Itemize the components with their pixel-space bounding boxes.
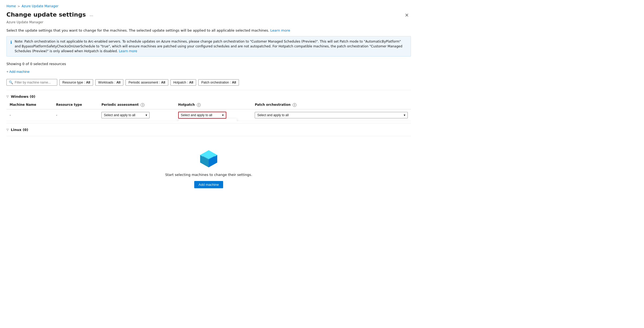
hotpatch-dropdown-popup: Enable Disable Reset	[178, 119, 237, 121]
page-subtitle: Azure Update Manager	[6, 20, 411, 24]
patch-orchestration-filter[interactable]: Patch orchestration : All	[198, 79, 239, 86]
periodic-assessment-info-icon[interactable]: i	[141, 103, 144, 107]
divider-3	[6, 136, 411, 136]
workloads-filter[interactable]: Workloads : All	[95, 79, 123, 86]
cell-machine-name: -	[6, 109, 53, 121]
description-text: Select the update settings that you want…	[6, 28, 411, 32]
cell-hotpatch: Select and apply to all ▾ Enable Disable…	[175, 109, 252, 121]
azure-cube-icon	[199, 149, 218, 168]
col-resource-type: Resource type	[53, 101, 98, 109]
add-machine-primary-button[interactable]: Add machine	[194, 181, 223, 188]
patch-orchestration-info-icon[interactable]: i	[293, 103, 296, 107]
ellipsis-button[interactable]: ...	[88, 12, 95, 18]
hotpatch-filter[interactable]: Hotpatch : All	[170, 79, 196, 86]
showing-count: Showing 0 of 0 selected resources	[6, 62, 411, 66]
patch-chevron-icon: ▾	[404, 113, 405, 117]
breadcrumb-separator: >	[17, 5, 20, 8]
machines-table: Machine Name Resource type Periodic asse…	[6, 101, 411, 121]
cell-patch-orchestration: Select and apply to all ▾	[251, 109, 411, 121]
windows-chevron-icon: ▽	[6, 95, 9, 98]
search-input[interactable]	[15, 81, 55, 84]
description-learn-more[interactable]: Learn more	[270, 28, 290, 32]
hotpatch-option-enable[interactable]: Enable	[178, 119, 237, 121]
empty-state: Start selecting machines to change their…	[6, 138, 411, 199]
linux-section-label: Linux (0)	[11, 128, 28, 132]
linux-section-header[interactable]: ▽ Linux (0)	[6, 126, 411, 134]
breadcrumb: Home > Azure Update Manager	[6, 4, 411, 8]
table-container: Machine Name Resource type Periodic asse…	[6, 101, 411, 121]
periodic-assessment-dropdown[interactable]: Select and apply to all ▾	[101, 112, 150, 118]
periodic-assessment-filter[interactable]: Periodic assessment : All	[125, 79, 168, 86]
col-machine-name: Machine Name	[6, 101, 53, 109]
info-banner-text: Note: Patch orchestration is not applica…	[15, 39, 407, 54]
breadcrumb-home[interactable]: Home	[6, 4, 16, 8]
info-learn-more[interactable]: Learn more	[119, 49, 137, 53]
empty-state-text: Start selecting machines to change their…	[165, 173, 252, 177]
table-header-row: Machine Name Resource type Periodic asse…	[6, 101, 411, 109]
page-title: Change update settings	[6, 11, 86, 18]
table-row: - - Select and apply to all ▾ Select and…	[6, 109, 411, 121]
hotpatch-chevron-icon: ▾	[222, 113, 224, 117]
col-patch-orchestration: Patch orchestration i	[251, 101, 411, 109]
resource-type-filter[interactable]: Resource type : All	[59, 79, 93, 86]
windows-section-label: Windows (0)	[11, 95, 35, 99]
dropdown-chevron-icon: ▾	[146, 113, 147, 117]
add-machine-button[interactable]: + Add machine	[6, 69, 29, 75]
search-filter: 🔍	[6, 79, 57, 86]
divider-2	[6, 123, 411, 123]
hotpatch-dropdown-wrapper: Select and apply to all ▾ Enable Disable…	[178, 112, 226, 119]
close-button[interactable]: ✕	[403, 11, 411, 19]
linux-section: ▽ Linux (0)	[6, 126, 411, 134]
cell-periodic-assessment: Select and apply to all ▾	[98, 109, 175, 121]
col-hotpatch: Hotpatch i	[175, 101, 252, 109]
info-icon: ℹ	[10, 39, 12, 54]
page-header: Change update settings ... ✕	[6, 11, 411, 19]
divider-1	[6, 90, 411, 90]
title-group: Change update settings ...	[6, 11, 95, 18]
patch-orchestration-dropdown[interactable]: Select and apply to all ▾	[255, 112, 408, 118]
linux-chevron-icon: ▽	[6, 128, 9, 131]
filters-row: 🔍 Resource type : All Workloads : All Pe…	[6, 79, 411, 86]
breadcrumb-current[interactable]: Azure Update Manager	[22, 4, 59, 8]
hotpatch-info-icon[interactable]: i	[197, 103, 201, 107]
search-icon: 🔍	[9, 80, 13, 84]
info-banner: ℹ Note: Patch orchestration is not appli…	[6, 36, 411, 56]
hotpatch-dropdown[interactable]: Select and apply to all ▾	[178, 112, 226, 119]
col-periodic-assessment: Periodic assessment i	[98, 101, 175, 109]
cell-resource-type: -	[53, 109, 98, 121]
windows-section-header[interactable]: ▽ Windows (0)	[6, 92, 411, 101]
